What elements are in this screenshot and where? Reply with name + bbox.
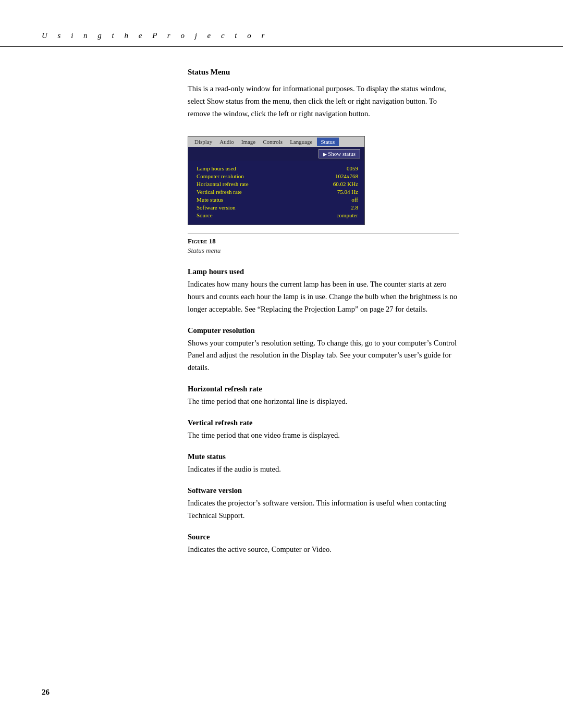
subsection-source: Source Indicates the active source, Comp… — [188, 533, 459, 556]
subsection-mute: Mute status Indicates if the audio is mu… — [188, 452, 459, 476]
menu-screenshot: Display Audio Image Controls Language St… — [188, 136, 459, 225]
status-value-vrefresh: 75.04 Hz — [337, 189, 358, 195]
subsection-text-mute: Indicates if the audio is muted. — [188, 463, 459, 476]
status-table: Lamp hours used 0059 Computer resolution… — [188, 161, 364, 225]
subsection-lamp: Lamp hours used Indicates how many hours… — [188, 267, 459, 316]
status-row-software: Software version 2.8 — [197, 204, 358, 212]
figure-caption: Status menu — [188, 246, 459, 255]
figure-label: Figure 18 — [188, 237, 459, 245]
menu-item-language: Language — [287, 138, 315, 146]
subsection-hrefresh: Horizontal refresh rate The time period … — [188, 385, 459, 408]
status-label-hrefresh: Horizontal refresh rate — [197, 181, 249, 187]
subsection-title-software: Software version — [188, 486, 459, 495]
status-label-source: Source — [197, 212, 213, 218]
header-title: U s i n g t h e P r o j e c t o r — [42, 31, 268, 40]
subsection-title-lamp: Lamp hours used — [188, 267, 459, 276]
subsection-title-hrefresh: Horizontal refresh rate — [188, 385, 459, 393]
status-value-source: computer — [336, 212, 358, 218]
menu-item-audio: Audio — [216, 138, 237, 146]
status-row-lamp: Lamp hours used 0059 — [197, 165, 358, 172]
show-status-button[interactable]: Show status — [319, 149, 360, 158]
subsection-title-mute: Mute status — [188, 452, 459, 461]
subsection-text-hrefresh: The time period that one horizontal line… — [188, 396, 459, 408]
status-row-resolution: Computer resolution 1024x768 — [197, 172, 358, 180]
page-header: U s i n g t h e P r o j e c t o r — [0, 31, 563, 47]
menu-item-controls: Controls — [260, 138, 286, 146]
status-value-resolution: 1024x768 — [335, 173, 358, 179]
subsection-text-software: Indicates the projector’s software versi… — [188, 497, 459, 522]
status-row-source: Source computer — [197, 212, 358, 219]
menu-item-image: Image — [238, 138, 259, 146]
status-value-software: 2.8 — [351, 204, 358, 211]
menu-bar: Display Audio Image Controls Language St… — [188, 137, 364, 147]
show-status-row: Show status — [188, 147, 364, 161]
main-content: Status Menu This is a read-only window f… — [0, 68, 563, 556]
status-label-vrefresh: Vertical refresh rate — [197, 189, 242, 195]
subsection-text-resolution: Shows your computer’s resolution setting… — [188, 337, 459, 375]
section-title: Status Menu — [188, 68, 459, 77]
status-label-resolution: Computer resolution — [197, 173, 244, 179]
subsection-vrefresh: Vertical refresh rate The time period th… — [188, 418, 459, 442]
page-number: 26 — [42, 688, 50, 697]
status-label-software: Software version — [197, 204, 236, 211]
menu-mockup: Display Audio Image Controls Language St… — [188, 136, 365, 225]
status-row-mute: Mute status off — [197, 196, 358, 204]
figure-block: Figure 18 Status menu — [188, 233, 459, 255]
menu-item-display: Display — [191, 138, 215, 146]
subsection-text-vrefresh: The time period that one video frame is … — [188, 429, 459, 442]
status-value-mute: off — [351, 196, 358, 203]
subsection-text-source: Indicates the active source, Computer or… — [188, 544, 459, 556]
intro-text: This is a read-only window for informati… — [188, 83, 459, 120]
subsection-text-lamp: Indicates how many hours the current lam… — [188, 278, 459, 316]
subsection-software: Software version Indicates the projector… — [188, 486, 459, 522]
status-label-lamp: Lamp hours used — [197, 165, 236, 171]
subsection-title-source: Source — [188, 533, 459, 541]
status-label-mute: Mute status — [197, 196, 223, 203]
status-value-lamp: 0059 — [347, 165, 358, 171]
status-row-hrefresh: Horizontal refresh rate 60.02 KHz — [197, 180, 358, 188]
page-container: U s i n g t h e P r o j e c t o r Status… — [0, 0, 563, 728]
status-row-vrefresh: Vertical refresh rate 75.04 Hz — [197, 188, 358, 196]
subsection-title-vrefresh: Vertical refresh rate — [188, 418, 459, 427]
subsection-title-resolution: Computer resolution — [188, 326, 459, 335]
subsection-resolution: Computer resolution Shows your computer’… — [188, 326, 459, 375]
status-value-hrefresh: 60.02 KHz — [333, 181, 358, 187]
menu-item-status: Status — [317, 138, 339, 146]
